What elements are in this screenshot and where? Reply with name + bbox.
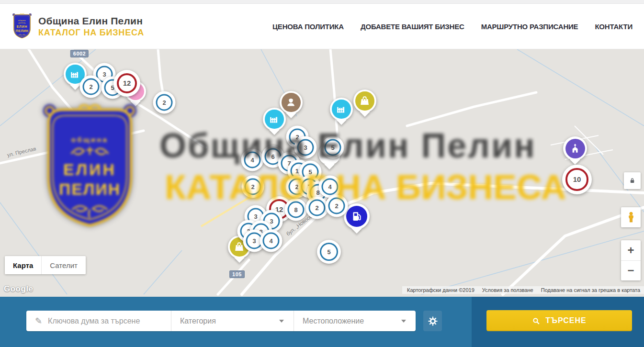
search-bar: ✎ Категория Местоположение xyxy=(0,297,644,347)
zoom-in-button[interactable]: + xyxy=(621,240,641,261)
chevron-down-icon xyxy=(279,320,284,323)
pencil-icon: ✎ xyxy=(35,317,42,325)
factory-icon xyxy=(69,68,81,80)
map-cluster-marker[interactable]: 5 xyxy=(322,136,344,159)
keyword-field: ✎ xyxy=(26,311,171,331)
cluster-count: 3 xyxy=(102,71,106,78)
map-cluster-marker[interactable]: 12 xyxy=(113,70,140,97)
cluster-count: 5 xyxy=(331,144,334,151)
cluster-count: 2 xyxy=(251,183,254,190)
keyword-search-input[interactable] xyxy=(48,317,166,325)
map-cluster-marker[interactable]: 4 xyxy=(241,149,264,171)
nav-contacts[interactable]: КОНТАКТИ xyxy=(595,22,633,31)
map-cluster-marker[interactable]: 2 xyxy=(306,197,328,219)
cluster-count: 2 xyxy=(315,204,318,212)
shopping-pin[interactable] xyxy=(353,90,376,112)
page-top-strip xyxy=(0,0,644,4)
map-cluster-marker[interactable]: 8 xyxy=(285,199,307,221)
attribution-terms-link[interactable]: Условия за ползване xyxy=(482,287,533,293)
brand-logo[interactable]: Община Елин Пелин КАТАЛОГ НА БИЗНЕСА xyxy=(12,13,144,40)
cluster-count: 5 xyxy=(308,168,312,176)
municipality-crest-logo xyxy=(12,13,32,40)
map-type-control: Карта Сателит xyxy=(5,256,86,274)
map-markers-layer: 3251222354671352278412822333834510600210… xyxy=(0,49,644,297)
map-type-map-button[interactable]: Карта xyxy=(5,256,41,274)
cluster-count: 4 xyxy=(269,237,272,245)
category-select[interactable]: Категория xyxy=(171,311,294,331)
map-cluster-marker[interactable]: 2 xyxy=(326,195,348,217)
factory-icon xyxy=(335,103,347,115)
location-select[interactable]: Местоположение xyxy=(294,311,416,331)
cluster-count: 4 xyxy=(328,183,331,190)
gear-icon xyxy=(428,316,438,326)
cluster-count: 8 xyxy=(294,206,297,213)
lock-icon xyxy=(629,177,636,184)
pegman-icon xyxy=(626,211,636,224)
google-logo[interactable]: Google xyxy=(4,284,34,294)
lock-control-button[interactable] xyxy=(624,172,641,189)
cluster-count: 2 xyxy=(162,99,166,106)
search-button[interactable]: ТЪРСЕНЕ xyxy=(486,310,632,331)
cluster-count: 3 xyxy=(252,237,256,245)
map-cluster-marker[interactable]: 10 xyxy=(562,165,592,194)
road-label: 6002 xyxy=(70,50,89,57)
map-cluster-marker[interactable]: 2 xyxy=(80,76,102,98)
map-cluster-marker[interactable]: 5 xyxy=(317,240,341,264)
cluster-count: 3 xyxy=(254,213,257,220)
site-subtitle: КАТАЛОГ НА БИЗНЕСА xyxy=(38,28,144,38)
header: Община Елин Пелин КАТАЛОГ НА БИЗНЕСА ЦЕН… xyxy=(0,4,644,49)
worker-icon xyxy=(285,96,297,108)
advanced-settings-button[interactable] xyxy=(423,311,442,331)
cluster-count: 3 xyxy=(304,144,307,151)
attribution-copyright: Картографски данни ©2019 xyxy=(407,287,475,293)
fuel-icon xyxy=(350,210,363,223)
street-view-pegman-control[interactable] xyxy=(621,207,641,227)
cluster-count: 12 xyxy=(123,79,131,87)
map-canvas[interactable]: 3251222354671352278412822333834510600210… xyxy=(0,49,644,297)
factory-pin[interactable] xyxy=(263,108,286,131)
cluster-count: 5 xyxy=(327,248,330,256)
nav-add-your-business[interactable]: ДОБАВЕТЕ ВАШИЯТ БИЗНЕС xyxy=(361,22,464,31)
worker-pin[interactable] xyxy=(280,91,303,114)
map-cluster-marker[interactable]: 2 xyxy=(153,91,176,114)
zoom-control: + − xyxy=(621,240,641,280)
bag-icon xyxy=(359,95,371,107)
cluster-count: 10 xyxy=(573,175,581,183)
map-cluster-marker[interactable]: 4 xyxy=(260,230,282,252)
factory-icon xyxy=(268,113,280,125)
map-type-satellite-button[interactable]: Сателит xyxy=(41,256,86,274)
cluster-count: 2 xyxy=(335,202,338,210)
cluster-count: 4 xyxy=(250,157,254,164)
map-attribution: Картографски данни ©2019 Условия за полз… xyxy=(402,286,644,294)
nav-pricing-policy[interactable]: ЦЕНОВА ПОЛИТИКА xyxy=(272,22,344,31)
road-label: 105 xyxy=(229,270,245,278)
map-cluster-marker[interactable]: 2 xyxy=(242,176,264,198)
chevron-down-icon xyxy=(401,320,406,323)
location-select-value: Местоположение xyxy=(303,317,364,325)
attribution-report-link[interactable]: Подаване на сигнал за грешка в картата xyxy=(541,287,640,293)
cluster-count: 3 xyxy=(270,218,273,225)
nav-route-schedule[interactable]: МАРШРУТНО РАЗПИСАНИЕ xyxy=(481,22,578,31)
road-label: ул. Преслав xyxy=(7,146,37,158)
search-icon xyxy=(532,317,540,325)
church-pin[interactable] xyxy=(563,136,587,160)
zoom-out-button[interactable]: − xyxy=(621,261,641,281)
factory-pin[interactable] xyxy=(330,98,353,121)
site-title: Община Елин Пелин xyxy=(38,15,144,27)
church-icon xyxy=(569,142,581,155)
search-fields-group: ✎ Категория Местоположение xyxy=(26,311,416,331)
cluster-count: 2 xyxy=(89,83,92,90)
main-nav: ЦЕНОВА ПОЛИТИКА ДОБАВЕТЕ ВАШИЯТ БИЗНЕС М… xyxy=(272,22,633,31)
search-button-label: ТЪРСЕНЕ xyxy=(545,316,586,325)
category-select-value: Категория xyxy=(180,317,216,325)
cluster-count: 6 xyxy=(271,153,274,160)
